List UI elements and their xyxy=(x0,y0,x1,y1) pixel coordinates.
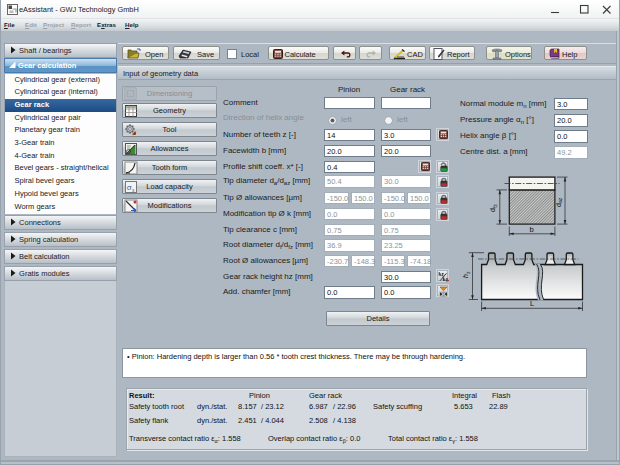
svg-text:dfz: dfz xyxy=(489,204,498,212)
svg-text:L: L xyxy=(530,299,534,308)
svg-text:b: b xyxy=(530,225,534,234)
svg-text:hz: hz xyxy=(462,271,471,278)
svg-text:daz: daz xyxy=(555,197,564,207)
